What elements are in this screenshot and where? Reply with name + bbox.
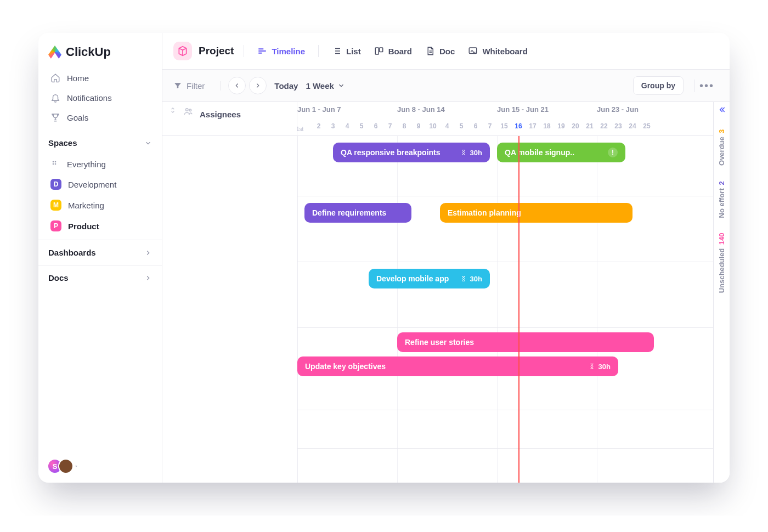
task-bar[interactable]: Update key objectives30h [297,356,618,376]
rail-overdue[interactable]: Overdue 3 [718,129,726,166]
spaces-list: Everything D Development M Marketing P P… [38,151,162,240]
space-label: Marketing [68,201,104,210]
grid-icon [50,159,60,169]
timeline-canvas[interactable]: Jun 1 - Jun 7Jun 8 - Jun 14Jun 15 - Jun … [297,102,730,483]
space-label: Development [68,180,116,189]
section-dashboards: Dashboards [38,240,162,265]
day-cell: 24 [625,122,640,130]
task-bar[interactable]: QA responsive breakpoints30h [333,143,490,162]
board-icon [374,46,384,56]
tab-doc[interactable]: Doc [425,44,455,58]
filter-button[interactable]: Filter [173,81,221,90]
main-area: Project Timeline List [162,33,730,483]
funnel-icon [173,81,182,90]
task-bar[interactable]: QA mobile signup..! [497,143,625,162]
day-cell: 5 [454,122,468,130]
rail-count: 140 [718,233,726,245]
page-title: Project [199,45,234,57]
day-cell: 25 [640,122,654,130]
list-icon [332,46,342,56]
toolbar: Filter Today 1 Week Group by ••• [162,70,730,102]
tab-whiteboard[interactable]: Whiteboard [468,44,528,58]
tab-board[interactable]: Board [374,44,412,58]
svg-point-1 [55,161,57,163]
day-cell: 21 [583,122,597,130]
next-button[interactable] [249,77,267,94]
divider [318,45,319,57]
caret-down-icon [74,463,79,469]
task-label: Define requirements [312,208,386,217]
day-cell: 16 [511,122,526,130]
day-cell: 18 [540,122,554,130]
space-development[interactable]: D Development [44,174,156,195]
timeline: Assignees Jun 1 - Jun 7Jun 8 - Jun 14Jun… [162,102,730,483]
rail-noeffort[interactable]: No effort 2 [718,181,726,218]
range-selector[interactable]: 1 Week [306,81,345,90]
grouping-header[interactable]: Assignees [162,102,297,136]
alert-icon: ! [608,148,618,157]
day-cell: 20 [568,122,583,130]
svg-point-2 [53,163,54,165]
filter-label: Filter [187,81,205,90]
section-label: Dashboards [48,248,96,257]
date-nav [228,77,267,94]
tab-label: Doc [439,47,455,56]
groupby-button[interactable]: Group by [633,76,684,95]
nav-docs[interactable]: Docs [38,265,162,290]
grouping-label: Assignees [200,106,241,119]
collapse-rail-button[interactable] [718,105,726,114]
tab-label: Board [388,47,412,56]
day-cell: 4 [440,122,454,130]
user-menu[interactable]: S [38,450,162,483]
rail-label: Unscheduled [718,248,726,293]
day-cell: 4 [340,122,354,130]
task-bar[interactable]: Define requirements [304,203,411,223]
rail-count: 2 [718,181,726,185]
avatar-group: S [47,459,69,474]
svg-point-0 [53,161,54,163]
section-docs: Docs [38,265,162,290]
tab-list[interactable]: List [332,44,361,58]
rail-unscheduled[interactable]: Unscheduled 140 [718,233,726,293]
swimlane: MariaUnscheduled tasksDevelop mobile app… [297,262,730,328]
nav-everything[interactable]: Everything [44,154,156,174]
task-effort: 30h [460,275,482,283]
sidebar: ClickUp Home Notifications Goals [38,33,162,483]
task-bar[interactable]: Develop mobile app30h [369,269,490,288]
prev-button[interactable] [228,77,246,94]
divider [244,45,244,57]
nav-label: Everything [67,160,106,169]
today-button[interactable]: Today [274,81,298,90]
task-bar[interactable]: Estimation planning [440,203,633,223]
task-bar[interactable]: Refine user stories [397,332,654,352]
space-marketing[interactable]: M Marketing [44,195,156,216]
clickup-logo-icon [48,46,61,59]
doc-icon [425,46,435,56]
space-product[interactable]: P Product [44,216,156,236]
today-indicator [518,136,519,483]
task-label: Refine user stories [405,338,474,347]
day-cell: 19 [554,122,568,130]
task-label: Estimation planning [448,208,521,217]
svg-rect-5 [379,48,382,52]
week-label: Jun 8 - Jun 14 [397,105,445,114]
nav-dashboards[interactable]: Dashboards [38,240,162,265]
nav-label: Home [67,73,89,83]
primary-nav: Home Notifications Goals [38,65,162,131]
nav-goals[interactable]: Goals [44,107,156,127]
swimlanes: WilliamUnscheduled tasksQA responsive br… [297,136,730,483]
hourglass-icon [460,149,467,156]
space-label: Product [68,222,99,231]
spaces-header-label: Spaces [48,138,77,148]
task-effort: 30h [589,363,611,371]
spaces-header[interactable]: Spaces [38,131,162,151]
nav-notifications[interactable]: Notifications [44,88,156,107]
first-day-marker: 1st [297,126,303,132]
day-cell: 3 [326,122,340,130]
calendar-header: Jun 1 - Jun 7Jun 8 - Jun 14Jun 15 - Jun … [297,102,730,136]
nav-home[interactable]: Home [44,68,156,88]
task-effort: 30h [460,149,482,157]
tab-timeline[interactable]: Timeline [257,44,305,58]
more-button[interactable]: ••• [694,80,719,92]
timeline-left-column: Assignees [162,102,297,483]
